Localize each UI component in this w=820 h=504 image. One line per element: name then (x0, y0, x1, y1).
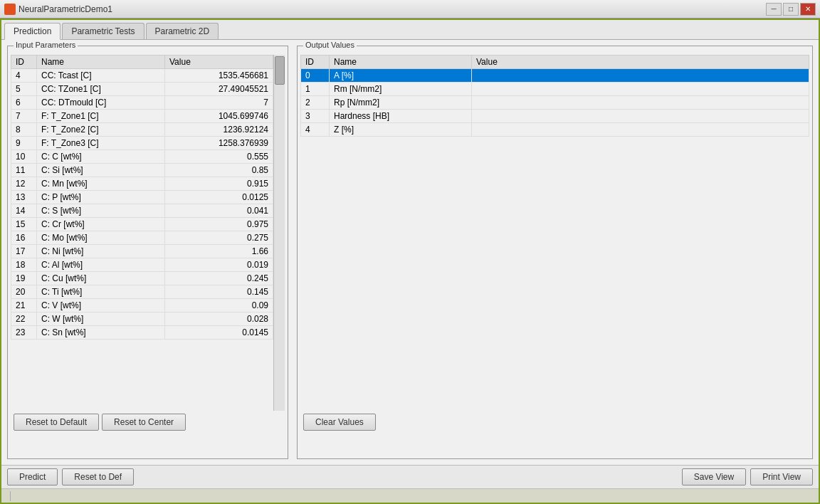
table-row[interactable]: 0 A [%] (301, 69, 809, 83)
input-bottom-buttons: Reset to Default Reset to Center (11, 411, 285, 434)
input-parameters-table: ID Name Value 4 CC: Tcast [C] 1535.45668… (11, 55, 273, 340)
table-row[interactable]: 22 C: W [wt%] 0.028 (11, 313, 273, 326)
row-name: C: Mo [wt%] (37, 231, 165, 245)
maximize-button[interactable]: □ (783, 3, 799, 16)
row-value: 1.66 (165, 245, 273, 258)
row-name: C: Cr [wt%] (37, 218, 165, 231)
table-row[interactable]: 19 C: Cu [wt%] 0.245 (11, 272, 273, 285)
row-value: 0.275 (165, 231, 273, 245)
table-row[interactable]: 23 C: Sn [wt%] 0.0145 (11, 326, 273, 340)
predict-button[interactable]: Predict (7, 468, 58, 485)
tab-parametric-2d[interactable]: Parametric 2D (146, 23, 219, 39)
row-id: 3 (301, 110, 330, 123)
output-values-label: Output Values (303, 41, 357, 49)
minimize-button[interactable]: ─ (766, 3, 782, 16)
row-name: CC: Tcast [C] (37, 69, 165, 83)
row-name: Z [%] (330, 123, 472, 137)
row-value: 0.0125 (165, 191, 273, 204)
row-value: 0.041 (165, 204, 273, 218)
main-window: Prediction Parametric Tests Parametric 2… (0, 19, 820, 504)
close-button[interactable]: ✕ (800, 3, 816, 16)
input-table-scroll[interactable]: ID Name Value 4 CC: Tcast [C] 1535.45668… (11, 55, 273, 411)
reset-to-default-button[interactable]: Reset to Default (14, 414, 99, 431)
title-bar-left: NeuralParametricDemo1 (4, 4, 112, 15)
title-bar-controls: ─ □ ✕ (766, 3, 816, 16)
table-row[interactable]: 12 C: Mn [wt%] 0.915 (11, 177, 273, 191)
clear-values-button[interactable]: Clear Values (303, 414, 376, 431)
scrollbar-thumb[interactable] (275, 56, 285, 85)
col-id: ID (11, 56, 37, 69)
row-name: Rp [N/mm2] (330, 96, 472, 110)
input-parameters-label: Input Parameters (14, 41, 78, 49)
row-value: 0.028 (165, 313, 273, 326)
table-row[interactable]: 17 C: Ni [wt%] 1.66 (11, 245, 273, 258)
status-divider (10, 491, 11, 501)
row-id: 1 (301, 83, 330, 96)
output-bottom-buttons: Clear Values (300, 411, 809, 434)
tab-bar: Prediction Parametric Tests Parametric 2… (1, 20, 819, 40)
footer-right: Save View Print View (682, 468, 813, 485)
row-name: C: P [wt%] (37, 191, 165, 204)
reset-def-footer-button[interactable]: Reset to Def (62, 468, 134, 485)
table-row[interactable]: 5 CC: TZone1 [C] 27.49045521 (11, 83, 273, 96)
save-view-button[interactable]: Save View (682, 468, 746, 485)
row-id: 7 (11, 110, 37, 123)
table-row[interactable]: 4 CC: Tcast [C] 1535.456681 (11, 69, 273, 83)
table-row[interactable]: 8 F: T_Zone2 [C] 1236.92124 (11, 123, 273, 137)
row-id: 16 (11, 231, 37, 245)
row-value: 0.09 (165, 299, 273, 313)
tab-parametric-tests[interactable]: Parametric Tests (62, 23, 144, 39)
row-name: CC: DTmould [C] (37, 96, 165, 110)
row-id: 19 (11, 272, 37, 285)
row-value: 0.555 (165, 150, 273, 164)
row-id: 12 (11, 177, 37, 191)
row-name: F: T_Zone3 [C] (37, 137, 165, 150)
row-id: 21 (11, 299, 37, 313)
row-id: 13 (11, 191, 37, 204)
table-row[interactable]: 11 C: Si [wt%] 0.85 (11, 164, 273, 177)
row-name: Hardness [HB] (330, 110, 472, 123)
print-view-button[interactable]: Print View (750, 468, 813, 485)
table-row[interactable]: 4 Z [%] (301, 123, 809, 137)
row-value: 0.245 (165, 272, 273, 285)
row-value (472, 110, 809, 123)
row-name: C: Cu [wt%] (37, 272, 165, 285)
row-id: 11 (11, 164, 37, 177)
table-row[interactable]: 9 F: T_Zone3 [C] 1258.376939 (11, 137, 273, 150)
table-row[interactable]: 16 C: Mo [wt%] 0.275 (11, 231, 273, 245)
row-id: 10 (11, 150, 37, 164)
output-values-table: ID Name Value 0 A [%] 1 Rm [N/mm2] 2 Rp … (300, 55, 809, 137)
row-value: 1236.92124 (165, 123, 273, 137)
scrollbar-track[interactable] (273, 55, 285, 411)
right-section: Output Values ID Name Value 0 A [%] (297, 46, 813, 459)
table-row[interactable]: 13 C: P [wt%] 0.0125 (11, 191, 273, 204)
title-bar: NeuralParametricDemo1 ─ □ ✕ (0, 0, 820, 19)
row-id: 4 (301, 123, 330, 137)
table-row[interactable]: 7 F: T_Zone1 [C] 1045.699746 (11, 110, 273, 123)
table-row[interactable]: 2 Rp [N/mm2] (301, 96, 809, 110)
row-name: C: Al [wt%] (37, 258, 165, 272)
table-row[interactable]: 10 C: C [wt%] 0.555 (11, 150, 273, 164)
table-row[interactable]: 20 C: Ti [wt%] 0.145 (11, 285, 273, 299)
table-row[interactable]: 14 C: S [wt%] 0.041 (11, 204, 273, 218)
input-parameters-panel: Input Parameters ID Name Value (7, 46, 288, 459)
row-id: 18 (11, 258, 37, 272)
table-row[interactable]: 18 C: Al [wt%] 0.019 (11, 258, 273, 272)
out-col-value: Value (472, 56, 809, 69)
row-name: C: Sn [wt%] (37, 326, 165, 340)
table-row[interactable]: 21 C: V [wt%] 0.09 (11, 299, 273, 313)
row-name: F: T_Zone1 [C] (37, 110, 165, 123)
out-col-id: ID (301, 56, 330, 69)
row-value (472, 96, 809, 110)
table-row[interactable]: 3 Hardness [HB] (301, 110, 809, 123)
table-row[interactable]: 1 Rm [N/mm2] (301, 83, 809, 96)
table-row[interactable]: 6 CC: DTmould [C] 7 (11, 96, 273, 110)
tab-prediction[interactable]: Prediction (4, 23, 61, 40)
reset-to-center-button[interactable]: Reset to Center (102, 414, 186, 431)
row-name: C: C [wt%] (37, 150, 165, 164)
row-id: 14 (11, 204, 37, 218)
row-id: 0 (301, 69, 330, 83)
table-row[interactable]: 15 C: Cr [wt%] 0.975 (11, 218, 273, 231)
row-name: Rm [N/mm2] (330, 83, 472, 96)
row-id: 5 (11, 83, 37, 96)
